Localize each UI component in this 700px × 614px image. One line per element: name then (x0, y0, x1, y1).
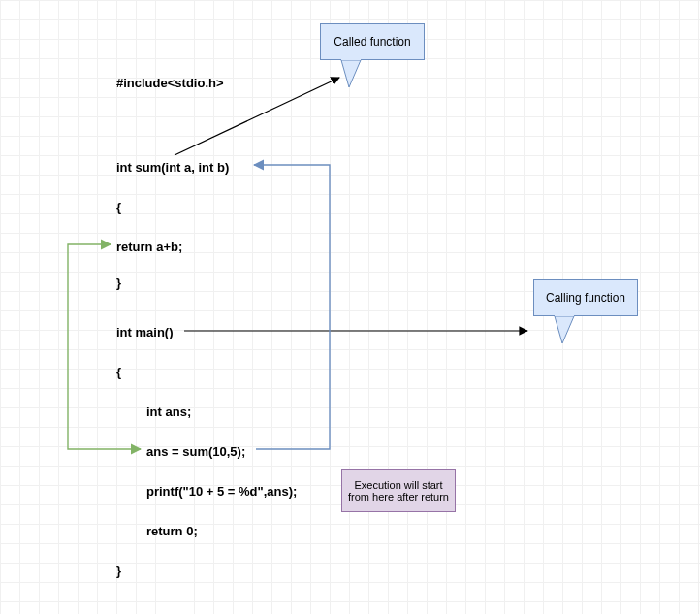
callout-called-label: Called function (334, 35, 410, 48)
svg-marker-2 (555, 316, 574, 343)
code-int-ans: int ans; (146, 404, 191, 419)
callout-calling-function: Calling function (533, 279, 638, 316)
code-ans-call: ans = sum(10,5); (146, 444, 245, 459)
callout-calling-label: Calling function (546, 291, 625, 305)
code-main-decl: int main() (116, 325, 174, 339)
code-return0: return 0; (146, 524, 198, 538)
code-printf: printf("10 + 5 = %d",ans); (146, 484, 297, 499)
svg-marker-0 (341, 60, 361, 87)
code-include: #include<stdio.h> (116, 76, 224, 90)
code-brace-close-2: } (116, 564, 121, 578)
code-brace-close-1: } (116, 275, 121, 290)
arrow-return-to-ans (68, 244, 141, 449)
note-execution: Execution will start from here after ret… (341, 469, 456, 512)
callout-called-function: Called function (320, 23, 425, 60)
code-brace-open-2: { (116, 365, 121, 379)
note-execution-label: Execution will start from here after ret… (346, 479, 451, 502)
code-return-ab: return a+b; (116, 240, 182, 254)
code-sum-decl: int sum(int a, int b) (116, 160, 229, 175)
arrow-call-to-sum (254, 165, 330, 449)
code-brace-open-1: { (116, 200, 121, 214)
